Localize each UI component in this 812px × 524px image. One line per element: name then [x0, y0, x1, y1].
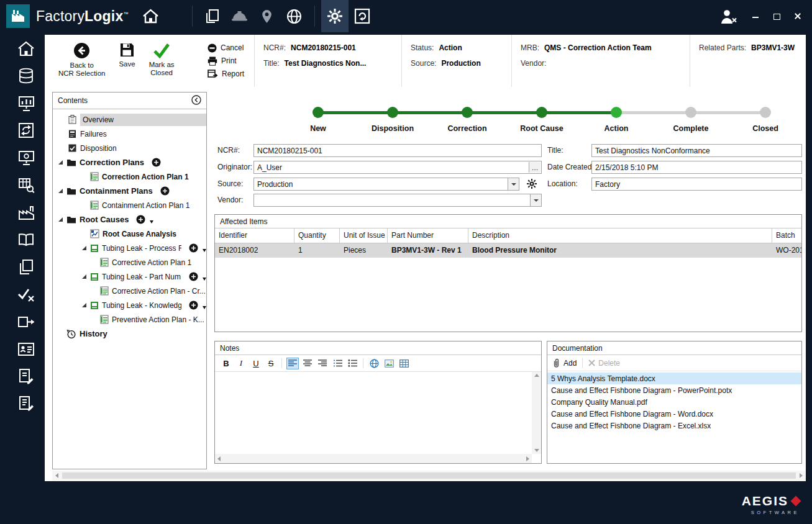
tree-item-history[interactable]: History — [53, 327, 206, 341]
expand-arrow-icon[interactable] — [81, 245, 87, 251]
add-plan-button[interactable] — [189, 300, 198, 310]
expand-arrow-icon[interactable] — [81, 302, 87, 308]
notes-vertical-scrollbar[interactable] — [532, 372, 541, 454]
underline-button[interactable]: U — [250, 358, 262, 369]
affected-item-row[interactable]: EN2018002 1 Pieces BP3MV1-3W - Rev 1 Blo… — [215, 243, 801, 258]
tree-item-root-cause-analysis[interactable]: Root Cause Analysis — [53, 227, 206, 241]
add-document-button[interactable]: Add — [552, 358, 577, 368]
date-created-input[interactable] — [591, 161, 802, 174]
tree-item-corrective-action-plan-1[interactable]: Corrective Action Plan 1 — [53, 255, 206, 269]
tree-item-tubing-leak-process[interactable]: Tubing Leak - Process R... — [53, 241, 206, 255]
tree-item-correction-plans[interactable]: Correction Plans — [53, 155, 206, 169]
tree-item-preventive-action-plan[interactable]: Preventive Action Plan - K... — [53, 312, 206, 327]
file-item[interactable]: Cause and Effect Fishbone Diagram - Powe… — [547, 384, 801, 396]
print-button[interactable]: Print — [208, 56, 244, 66]
add-dropdown-caret-icon[interactable] — [203, 249, 206, 252]
add-dropdown-caret-icon[interactable] — [150, 220, 153, 224]
sidebar-item-documents[interactable] — [16, 257, 37, 277]
originator-input[interactable]: A_User … — [253, 161, 542, 174]
file-item[interactable]: Cause and Effect Fishbone Diagram - Word… — [547, 408, 801, 420]
notes-editor[interactable] — [215, 372, 541, 463]
scroll-right-icon[interactable] — [800, 473, 803, 478]
add-dropdown-caret-icon[interactable] — [203, 278, 206, 281]
column-header-description[interactable]: Description — [468, 228, 772, 243]
align-right-button[interactable] — [316, 358, 329, 369]
sync-module-button[interactable] — [349, 0, 376, 32]
add-plan-button[interactable] — [189, 243, 198, 253]
align-left-button[interactable] — [286, 358, 299, 369]
source-dropdown[interactable]: Production — [253, 178, 519, 191]
file-item[interactable]: Company Quality Manual.pdf — [547, 396, 801, 408]
content-horizontal-scrollbar[interactable] — [52, 471, 806, 481]
tree-item-tubing-leak-part-number[interactable]: Tubing Leak - Part Num... — [53, 269, 206, 284]
bullet-list-button[interactable] — [346, 358, 358, 369]
insert-link-button[interactable] — [368, 358, 380, 369]
strikethrough-button[interactable]: S — [265, 358, 277, 369]
expand-arrow-icon[interactable] — [58, 217, 63, 222]
sidebar-item-transfer[interactable] — [16, 312, 37, 332]
tree-item-overview[interactable]: Overview — [53, 112, 206, 127]
scrollbar-thumb[interactable] — [62, 472, 796, 479]
documents-module-button[interactable] — [199, 0, 226, 32]
insert-image-button[interactable] — [383, 358, 395, 369]
sidebar-item-database[interactable] — [16, 66, 37, 86]
expand-arrow-icon[interactable] — [58, 160, 63, 165]
column-header-part-number[interactable]: Part Number — [388, 228, 468, 243]
dropdown-arrow-icon[interactable] — [508, 178, 519, 190]
home-button[interactable] — [137, 0, 165, 32]
title-input[interactable] — [591, 144, 802, 157]
production-module-button[interactable] — [226, 0, 253, 32]
tree-item-corrective-action-plan-cr[interactable]: Corrective Action Plan - Cr... — [53, 284, 206, 298]
cancel-button[interactable]: Cancel — [208, 43, 244, 53]
italic-button[interactable]: I — [235, 358, 247, 369]
save-button[interactable]: Save — [119, 42, 135, 68]
column-header-batch[interactable]: Batch — [772, 228, 802, 243]
sidebar-item-library[interactable] — [16, 230, 37, 250]
column-header-unit-of-issue[interactable]: Unit of Issue — [340, 228, 388, 243]
sidebar-item-quality-check[interactable] — [16, 284, 37, 304]
dropdown-arrow-icon[interactable] — [530, 194, 541, 206]
expand-arrow-icon[interactable] — [81, 274, 87, 279]
add-plan-button[interactable] — [189, 272, 198, 281]
originator-browse-button[interactable]: … — [529, 162, 541, 173]
insert-table-button[interactable] — [398, 358, 410, 369]
scroll-down-icon[interactable] — [534, 449, 539, 452]
sidebar-item-factory[interactable] — [16, 202, 37, 222]
align-center-button[interactable] — [301, 358, 314, 369]
add-correction-plan-button[interactable] — [152, 158, 161, 167]
column-header-identifier[interactable]: Identifier — [215, 228, 294, 243]
sidebar-item-edit-document[interactable] — [16, 366, 37, 386]
location-module-button[interactable] — [253, 0, 281, 32]
bold-button[interactable]: B — [220, 358, 232, 369]
sidebar-item-sync[interactable] — [16, 120, 37, 140]
close-button[interactable] — [793, 12, 802, 20]
tree-item-failures[interactable]: Failures — [53, 127, 206, 141]
report-button[interactable]: Report — [208, 70, 244, 79]
location-input[interactable] — [591, 178, 802, 191]
sidebar-item-workstation[interactable] — [16, 148, 37, 168]
source-settings-button[interactable] — [526, 178, 537, 191]
numbered-list-button[interactable] — [331, 358, 344, 369]
tree-item-containment-action-plan-1[interactable]: Containment Action Plan 1 — [53, 198, 206, 212]
column-header-quantity[interactable]: Quantity — [294, 228, 340, 243]
vendor-dropdown[interactable] — [253, 194, 542, 207]
maximize-button[interactable] — [772, 12, 781, 20]
expand-arrow-icon[interactable] — [58, 188, 63, 194]
add-dropdown-caret-icon[interactable] — [203, 306, 206, 309]
user-session-button[interactable] — [718, 0, 739, 32]
tree-item-disposition[interactable]: Disposition — [53, 141, 206, 155]
back-to-ncr-selection-button[interactable]: Back toNCR Selection — [58, 42, 105, 78]
collapse-all-button[interactable] — [191, 95, 201, 107]
tree-item-correction-action-plan-1[interactable]: Correction Action Plan 1 — [53, 169, 206, 184]
minimize-button[interactable] — [751, 12, 760, 20]
add-root-cause-button[interactable] — [136, 215, 145, 224]
tree-item-containment-plans[interactable]: Containment Plans — [53, 184, 206, 198]
scroll-right-icon[interactable] — [526, 456, 529, 461]
ncr-number-input[interactable] — [253, 144, 542, 157]
sidebar-item-home[interactable] — [16, 38, 37, 58]
sidebar-item-id-card[interactable] — [16, 339, 37, 359]
notes-horizontal-scrollbar[interactable] — [215, 454, 532, 463]
tree-item-tubing-leak-knowledge[interactable]: Tubing Leak - Knowledg... — [53, 298, 206, 312]
sidebar-item-edit-note[interactable] — [16, 394, 37, 413]
scroll-up-icon[interactable] — [534, 374, 539, 377]
